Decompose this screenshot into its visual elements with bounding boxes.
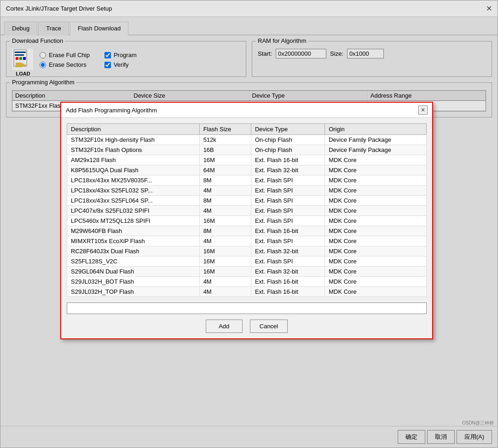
cell-size: 64M bbox=[199, 165, 251, 175]
table-header-row: Description Flash Size Device Type Origi… bbox=[67, 124, 427, 135]
cell-size: 16M bbox=[199, 246, 251, 256]
cell-type: Ext. Flash 32-bit bbox=[251, 267, 324, 277]
cell-type: Ext. Flash SPI bbox=[251, 256, 324, 267]
cell-origin: MDK Core bbox=[325, 287, 427, 297]
cell-description: LPC18xx/43xx S25FL032 SP... bbox=[67, 186, 200, 196]
cell-description: LPC5460x MT25QL128 SPIFI bbox=[67, 216, 200, 226]
cell-origin: MDK Core bbox=[325, 186, 427, 196]
dialog-title-bar: Add Flash Programming Algorithm ✕ bbox=[61, 103, 432, 118]
cell-origin: MDK Core bbox=[325, 267, 427, 277]
cell-size: 4M bbox=[199, 236, 251, 246]
cell-description: LPC407x/8x S25FL032 SPIFI bbox=[67, 206, 200, 216]
cell-origin: MDK Core bbox=[325, 226, 427, 236]
col-header-origin: Origin bbox=[325, 124, 427, 135]
cell-type: Ext. Flash 16-bit bbox=[251, 226, 324, 236]
cell-type: Ext. Flash SPI bbox=[251, 196, 324, 206]
col-header-flash-size: Flash Size bbox=[199, 124, 251, 135]
cell-description: M29W640FB Flash bbox=[67, 226, 200, 236]
dialog-title: Add Flash Programming Algorithm bbox=[66, 107, 157, 114]
cell-origin: MDK Core bbox=[325, 196, 427, 206]
cell-type: Ext. Flash SPI bbox=[251, 206, 324, 216]
cell-type: Ext. Flash SPI bbox=[251, 216, 324, 226]
cell-size: 16B bbox=[199, 145, 251, 155]
cell-size: 8M bbox=[199, 226, 251, 236]
table-row[interactable]: AM29x128 Flash16MExt. Flash 16-bitMDK Co… bbox=[67, 155, 427, 165]
col-header-device-type: Device Type bbox=[251, 124, 324, 135]
cell-description: LPC18xx/43xx MX25V8035F... bbox=[67, 175, 200, 186]
cell-type: Ext. Flash 16-bit bbox=[251, 277, 324, 287]
cell-type: On-chip Flash bbox=[251, 145, 324, 155]
table-row[interactable]: LPC18xx/43xx S25FL064 SP...8MExt. Flash … bbox=[67, 196, 427, 206]
table-row[interactable]: S29JL032H_TOP Flash4MExt. Flash 16-bitMD… bbox=[67, 287, 427, 297]
algorithm-table: Description Flash Size Device Type Origi… bbox=[67, 123, 427, 297]
cell-size: 4M bbox=[199, 287, 251, 297]
cell-origin: MDK Core bbox=[325, 175, 427, 186]
cell-size: 16M bbox=[199, 155, 251, 165]
table-row[interactable]: S29JL032H_BOT Flash4MExt. Flash 16-bitMD… bbox=[67, 277, 427, 287]
table-row[interactable]: S29GL064N Dual Flash16MExt. Flash 32-bit… bbox=[67, 267, 427, 277]
cell-description: STM32F10x High-density Flash bbox=[67, 135, 200, 145]
cell-description: RC28F640J3x Dual Flash bbox=[67, 246, 200, 256]
cell-type: On-chip Flash bbox=[251, 135, 324, 145]
cell-origin: Device Family Package bbox=[325, 135, 427, 145]
cell-size: 16M bbox=[199, 216, 251, 226]
cell-origin: MDK Core bbox=[325, 277, 427, 287]
cell-description: AM29x128 Flash bbox=[67, 155, 200, 165]
cell-size: 4M bbox=[199, 206, 251, 216]
cell-origin: Device Family Package bbox=[325, 145, 427, 155]
cell-description: LPC18xx/43xx S25FL064 SP... bbox=[67, 196, 200, 206]
add-algorithm-dialog: Add Flash Programming Algorithm ✕ Descri… bbox=[60, 102, 433, 339]
cell-origin: MDK Core bbox=[325, 216, 427, 226]
table-row[interactable]: K8P5615UQA Dual Flash64MExt. Flash 32-bi… bbox=[67, 165, 427, 175]
dialog-buttons: Add Cancel bbox=[67, 320, 427, 333]
cell-origin: MDK Core bbox=[325, 236, 427, 246]
cell-size: 4M bbox=[199, 277, 251, 287]
dialog-close-button[interactable]: ✕ bbox=[418, 105, 428, 115]
table-row[interactable]: RC28F640J3x Dual Flash16MExt. Flash 32-b… bbox=[67, 246, 427, 256]
cell-size: 4M bbox=[199, 186, 251, 196]
cell-origin: MDK Core bbox=[325, 206, 427, 216]
table-row[interactable]: LPC18xx/43xx S25FL032 SP...4MExt. Flash … bbox=[67, 186, 427, 196]
cell-origin: MDK Core bbox=[325, 165, 427, 175]
table-row[interactable]: S25FL128S_V2C16MExt. Flash SPIMDK Core bbox=[67, 256, 427, 267]
cell-type: Ext. Flash SPI bbox=[251, 236, 324, 246]
cell-origin: MDK Core bbox=[325, 155, 427, 165]
cell-origin: MDK Core bbox=[325, 256, 427, 267]
cell-type: Ext. Flash 32-bit bbox=[251, 246, 324, 256]
cell-size: 8M bbox=[199, 175, 251, 186]
cell-type: Ext. Flash SPI bbox=[251, 186, 324, 196]
cell-description: S29JL032H_BOT Flash bbox=[67, 277, 200, 287]
cell-type: Ext. Flash 16-bit bbox=[251, 287, 324, 297]
cell-type: Ext. Flash 16-bit bbox=[251, 155, 324, 165]
table-row[interactable]: STM32F10x High-density Flash512kOn-chip … bbox=[67, 135, 427, 145]
cell-description: S25FL128S_V2C bbox=[67, 256, 200, 267]
cell-size: 16M bbox=[199, 267, 251, 277]
cell-description: S29JL032H_TOP Flash bbox=[67, 287, 200, 297]
algorithm-path-input[interactable] bbox=[67, 303, 427, 314]
cell-type: Ext. Flash SPI bbox=[251, 175, 324, 186]
dialog-content: Description Flash Size Device Type Origi… bbox=[61, 118, 432, 338]
table-row[interactable]: LPC407x/8x S25FL032 SPIFI4MExt. Flash SP… bbox=[67, 206, 427, 216]
main-window: Cortex JLink/JTrace Target Driver Setup … bbox=[0, 0, 498, 448]
cell-origin: MDK Core bbox=[325, 246, 427, 256]
cancel-dialog-button[interactable]: Cancel bbox=[250, 320, 288, 333]
table-row[interactable]: MIMXRT105x EcoXiP Flash4MExt. Flash SPIM… bbox=[67, 236, 427, 246]
cell-size: 8M bbox=[199, 196, 251, 206]
table-row[interactable]: LPC5460x MT25QL128 SPIFI16MExt. Flash SP… bbox=[67, 216, 427, 226]
cell-size: 512k bbox=[199, 135, 251, 145]
cell-size: 16M bbox=[199, 256, 251, 267]
col-header-description: Description bbox=[67, 124, 200, 135]
table-row[interactable]: LPC18xx/43xx MX25V8035F...8MExt. Flash S… bbox=[67, 175, 427, 186]
cell-description: S29GL064N Dual Flash bbox=[67, 267, 200, 277]
cell-type: Ext. Flash 32-bit bbox=[251, 165, 324, 175]
cell-description: MIMXRT105x EcoXiP Flash bbox=[67, 236, 200, 246]
add-button[interactable]: Add bbox=[206, 320, 243, 333]
table-row[interactable]: STM32F10x Flash Options16BOn-chip FlashD… bbox=[67, 145, 427, 155]
table-row[interactable]: M29W640FB Flash8MExt. Flash 16-bitMDK Co… bbox=[67, 226, 427, 236]
cell-description: K8P5615UQA Dual Flash bbox=[67, 165, 200, 175]
cell-description: STM32F10x Flash Options bbox=[67, 145, 200, 155]
